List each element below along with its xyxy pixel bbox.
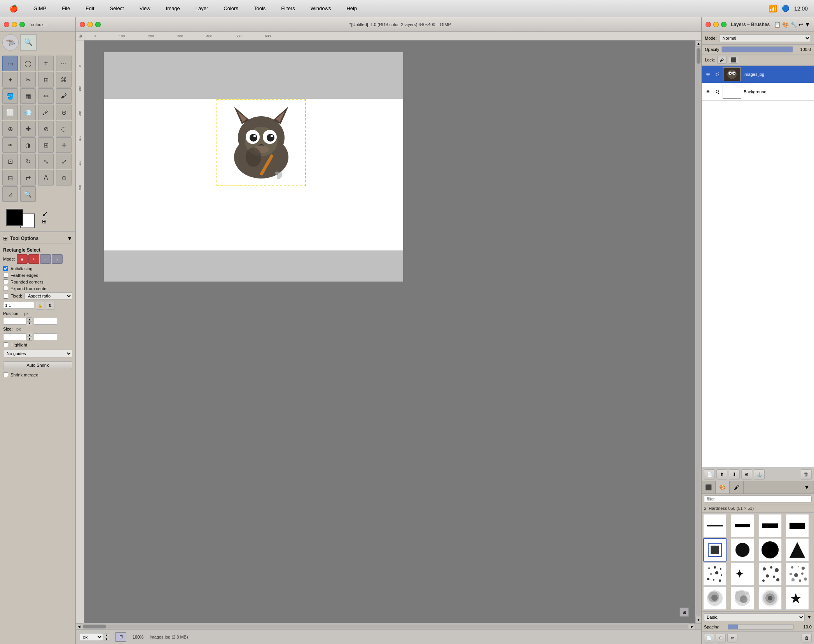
mode-add-button[interactable]: + bbox=[28, 254, 39, 264]
inkpen-tool[interactable]: 🖊 bbox=[38, 105, 54, 120]
vscroll-track[interactable] bbox=[696, 47, 700, 616]
rotate-tool[interactable]: ↻ bbox=[20, 154, 36, 169]
menu-filters[interactable]: Filters bbox=[278, 5, 298, 12]
eraser-tool[interactable]: ⬜ bbox=[2, 105, 18, 120]
close-button[interactable] bbox=[4, 22, 9, 27]
brush-item-16[interactable]: ★ bbox=[786, 586, 809, 610]
menu-view[interactable]: View bbox=[136, 5, 154, 12]
layers-close-button[interactable] bbox=[706, 22, 711, 27]
brush-tab-brush[interactable]: 🖌 bbox=[730, 481, 744, 494]
pencil-tool[interactable]: ✏ bbox=[38, 88, 54, 104]
position-y-input[interactable]: 96 bbox=[34, 318, 57, 325]
highlight-checkbox[interactable] bbox=[3, 342, 8, 347]
shrink-merged-checkbox[interactable] bbox=[3, 372, 8, 377]
fuzzy-select-tool[interactable]: ⋯ bbox=[56, 56, 72, 71]
scale-tool[interactable]: ⤡ bbox=[38, 154, 54, 169]
vscroll-thumb[interactable] bbox=[697, 48, 700, 64]
size-w-input[interactable]: 0 bbox=[3, 333, 26, 340]
flip-tool[interactable]: ⇄ bbox=[20, 170, 36, 186]
hscroll-right-button[interactable]: ▶ bbox=[689, 623, 695, 630]
maximize-button[interactable] bbox=[19, 22, 25, 27]
guides-select[interactable]: No guides bbox=[3, 350, 72, 357]
move-tool[interactable]: ✛ bbox=[56, 137, 72, 153]
menu-file[interactable]: File bbox=[59, 5, 73, 12]
hscroll-left-button[interactable]: ◀ bbox=[76, 623, 82, 630]
paths-tool[interactable]: ⌘ bbox=[56, 72, 72, 88]
smudge-tool[interactable]: ≈ bbox=[2, 137, 18, 153]
duplicate-layer-button[interactable]: ⊕ bbox=[741, 469, 752, 480]
canvas-minimize-button[interactable] bbox=[87, 22, 93, 27]
zoom-tool[interactable]: 🔍 bbox=[20, 186, 36, 202]
scissors-tool[interactable]: ✂ bbox=[20, 72, 36, 88]
perspective-clone-tool[interactable]: ⊘ bbox=[38, 121, 54, 136]
layer-eye-images-jpg[interactable]: 👁 bbox=[704, 70, 712, 78]
brush-item-1[interactable] bbox=[703, 514, 727, 537]
hscroll-thumb[interactable] bbox=[83, 625, 106, 628]
horizontal-scrollbar[interactable]: ◀ ▶ bbox=[76, 623, 701, 629]
menu-gimp[interactable]: GIMP bbox=[30, 5, 49, 12]
anchor-layer-button[interactable]: ⚓ bbox=[754, 469, 765, 480]
vscroll-down-button[interactable]: ▼ bbox=[695, 617, 701, 623]
free-select-tool[interactable]: ⌗ bbox=[38, 56, 54, 71]
brush-item-11[interactable] bbox=[758, 562, 782, 586]
shear-tool[interactable]: ⤢ bbox=[56, 154, 72, 169]
size-w-down[interactable]: ▼ bbox=[27, 337, 32, 341]
tool-options-collapse-button[interactable]: ▼ bbox=[67, 235, 72, 242]
position-x-spinner[interactable]: ▲ ▼ bbox=[27, 317, 32, 325]
expand-from-center-checkbox[interactable] bbox=[3, 286, 8, 291]
spacing-slider[interactable] bbox=[728, 624, 794, 630]
new-layer-button[interactable]: 📄 bbox=[704, 469, 715, 480]
perspective-tool[interactable]: ⊟ bbox=[2, 170, 18, 186]
delete-brush-button[interactable]: 🗑 bbox=[802, 633, 812, 642]
measure-tool[interactable]: ⊿ bbox=[2, 186, 18, 202]
ruler-corner-button[interactable]: ⊞ bbox=[76, 32, 84, 40]
brush-item-5[interactable] bbox=[703, 538, 727, 562]
lock-pixels-button[interactable]: 🖌 bbox=[717, 56, 727, 64]
blend-tool[interactable]: ▦ bbox=[20, 88, 36, 104]
brush-item-4[interactable] bbox=[786, 514, 809, 537]
layers-panel-icon-3[interactable]: 🔧 bbox=[790, 21, 797, 28]
canvas-surface[interactable]: ⊞ bbox=[84, 40, 695, 623]
search-icon[interactable]: 🔍 bbox=[20, 34, 37, 51]
brush-item-8[interactable] bbox=[786, 538, 809, 562]
duplicate-brush-button[interactable]: ⊕ bbox=[716, 633, 726, 642]
menu-edit[interactable]: Edit bbox=[82, 5, 97, 12]
brush-item-15[interactable] bbox=[758, 586, 782, 610]
airbrush-tool[interactable]: 💨 bbox=[20, 105, 36, 120]
swap-colors-icon[interactable]: ↙ bbox=[42, 210, 48, 218]
size-w-spinner[interactable]: ▲ ▼ bbox=[27, 333, 32, 341]
auto-shrink-button[interactable]: Auto Shrink bbox=[3, 361, 72, 369]
brush-item-2[interactable] bbox=[731, 514, 754, 537]
ratio-swap-button[interactable]: ⇅ bbox=[46, 301, 54, 310]
minimize-button[interactable] bbox=[12, 22, 17, 27]
preset-select[interactable]: Basic, bbox=[704, 613, 805, 621]
zoom-down[interactable]: ▼ bbox=[104, 637, 109, 641]
ratio-input[interactable] bbox=[3, 302, 34, 309]
reset-colors-icon[interactable]: ⊞ bbox=[42, 218, 47, 224]
mode-subtract-button[interactable]: − bbox=[40, 254, 51, 264]
color-select-tool[interactable]: ✦ bbox=[2, 72, 18, 88]
brush-item-10[interactable]: ✦ bbox=[731, 562, 754, 586]
layers-panel-icon-2[interactable]: 🎨 bbox=[782, 21, 789, 28]
ellipse-select-tool[interactable]: ◯ bbox=[20, 56, 36, 71]
paintbrush-tool[interactable]: 🖌 bbox=[56, 88, 72, 104]
crop-tool[interactable]: ⊡ bbox=[2, 154, 18, 169]
mode-intersect-button[interactable]: ∩ bbox=[52, 254, 63, 264]
lower-layer-button[interactable]: ⬇ bbox=[729, 469, 740, 480]
zoom-up[interactable]: ▲ bbox=[104, 633, 109, 637]
size-h-input[interactable]: 0 bbox=[34, 333, 57, 340]
brush-item-6[interactable] bbox=[731, 538, 754, 562]
ratio-lock-button[interactable]: 🔒 bbox=[36, 301, 44, 310]
mode-replace-button[interactable]: ■ bbox=[17, 254, 28, 264]
brush-options-button[interactable]: ▼ bbox=[800, 481, 814, 494]
hscroll-track[interactable] bbox=[83, 625, 688, 628]
zoom-unit-select[interactable]: px bbox=[80, 633, 103, 641]
brush-item-13[interactable] bbox=[703, 586, 727, 610]
brush-item-9[interactable] bbox=[703, 562, 727, 586]
color-picker-tool[interactable]: ⊙ bbox=[56, 170, 72, 186]
layers-panel-collapse[interactable]: ▼ bbox=[805, 21, 810, 28]
opacity-slider[interactable] bbox=[721, 46, 793, 52]
vertical-scrollbar[interactable]: ▲ ▼ bbox=[695, 40, 701, 623]
foreground-color-swatch[interactable] bbox=[6, 209, 23, 226]
rect-select-tool[interactable]: ▭ bbox=[2, 56, 18, 71]
